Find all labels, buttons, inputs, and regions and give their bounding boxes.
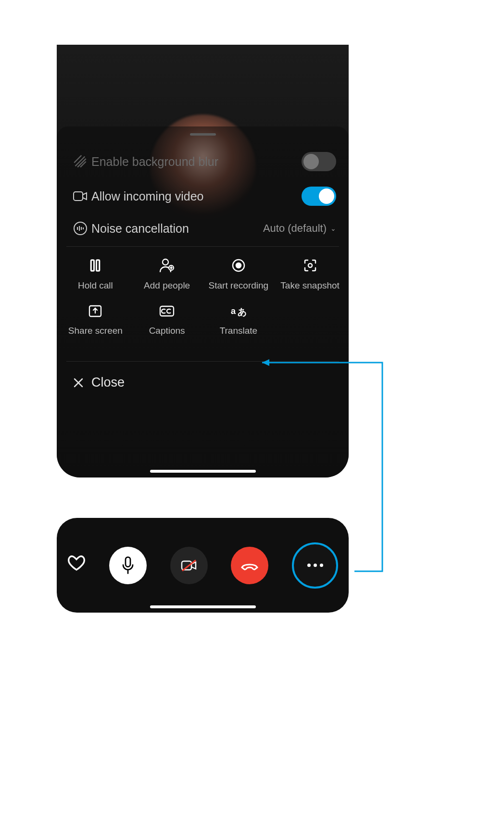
action-translate[interactable]: a あ Translate — [203, 304, 275, 336]
svg-point-5 — [74, 222, 87, 235]
call-screen-bottom — [57, 518, 349, 613]
sheet-grabber[interactable] — [190, 133, 216, 136]
divider — [66, 246, 339, 247]
home-indicator — [150, 470, 256, 473]
action-captions[interactable]: Captions — [131, 304, 203, 336]
captions-icon — [159, 304, 175, 318]
home-indicator — [150, 605, 256, 608]
action-label: Start recording — [203, 280, 275, 291]
svg-rect-11 — [97, 260, 100, 271]
translate-icon: a あ — [230, 304, 247, 318]
blur-toggle[interactable] — [302, 152, 336, 171]
action-hold-call[interactable]: Hold call — [60, 258, 131, 291]
share-screen-icon — [88, 304, 102, 318]
action-take-snapshot[interactable]: Take snapshot — [274, 258, 346, 291]
react-heart-button[interactable] — [67, 555, 86, 576]
action-label: Hold call — [60, 280, 131, 291]
svg-point-18 — [308, 264, 312, 267]
more-options-button[interactable] — [292, 542, 338, 589]
row-label: Noise cancellation — [91, 222, 263, 236]
add-person-icon — [159, 258, 175, 273]
row-noise-cancellation: Noise cancellation Auto (default) ⌄ — [57, 214, 349, 243]
action-start-recording[interactable]: Start recording — [203, 258, 275, 291]
svg-rect-10 — [91, 260, 94, 271]
call-screen-top: Enable background blur Allow incoming vi… — [57, 45, 349, 477]
close-button[interactable]: Close — [57, 364, 349, 401]
divider — [66, 361, 339, 362]
noise-value: Auto (default) — [263, 222, 327, 235]
row-label: Enable background blur — [91, 155, 302, 169]
video-icon — [69, 190, 91, 202]
chevron-down-icon: ⌄ — [330, 225, 336, 232]
row-label: Allow incoming video — [91, 189, 302, 203]
noise-icon — [69, 221, 91, 236]
svg-line-3 — [80, 162, 86, 167]
mic-icon — [121, 556, 135, 575]
blur-icon — [69, 155, 91, 168]
mute-button[interactable] — [109, 547, 147, 584]
svg-rect-4 — [74, 192, 83, 201]
close-label: Close — [91, 375, 125, 390]
action-label: Translate — [203, 326, 275, 336]
action-label: Add people — [131, 280, 203, 291]
more-icon — [307, 564, 323, 567]
action-label: Share screen — [60, 326, 131, 336]
svg-point-17 — [236, 263, 241, 268]
camera-off-icon — [179, 558, 199, 573]
action-label: Captions — [131, 326, 203, 336]
svg-point-12 — [163, 259, 168, 265]
camera-off-button[interactable] — [170, 547, 208, 584]
svg-text:あ: あ — [238, 307, 247, 317]
row-background-blur: Enable background blur — [57, 144, 349, 179]
noise-select[interactable]: Auto (default) ⌄ — [263, 222, 336, 235]
incoming-video-toggle[interactable] — [302, 187, 336, 206]
x-icon — [67, 377, 89, 389]
svg-rect-25 — [126, 557, 130, 566]
svg-text:a: a — [231, 306, 236, 316]
svg-line-28 — [182, 560, 196, 571]
action-share-screen[interactable]: Share screen — [60, 304, 131, 336]
row-incoming-video: Allow incoming video — [57, 179, 349, 214]
pause-icon — [88, 258, 102, 273]
record-icon — [231, 258, 246, 273]
snapshot-icon — [303, 258, 317, 273]
action-add-people[interactable]: Add people — [131, 258, 203, 291]
action-label: Take snapshot — [274, 280, 346, 291]
hangup-button[interactable] — [231, 547, 268, 584]
action-grid: Hold call Add people Start record — [57, 250, 349, 358]
phone-hangup-icon — [240, 561, 259, 570]
more-options-sheet: Enable background blur Allow incoming vi… — [57, 126, 349, 477]
